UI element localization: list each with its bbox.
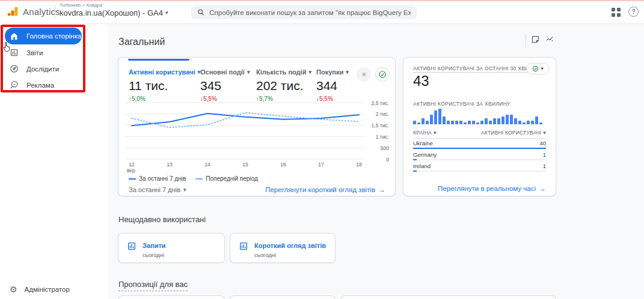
minute-bar bbox=[422, 118, 425, 124]
sidebar-item-label: Реклама bbox=[26, 82, 54, 89]
sidebar-item-reports[interactable]: Звіти bbox=[0, 44, 108, 61]
data-quality-check-icon[interactable] bbox=[375, 67, 390, 82]
reports-snapshot-link[interactable]: Переглянути короткий огляд звітів → bbox=[265, 186, 385, 194]
help-icon[interactable]: ? bbox=[628, 7, 639, 17]
minute-bar bbox=[468, 121, 471, 125]
breadcrumb: Turboweb > Ковдра bbox=[60, 2, 168, 8]
realtime-title: АКТИВНІ КОРИСТУВАЧІ ЗА ОСТАННІ 30 ХВИЛИН bbox=[413, 65, 540, 73]
minute-bar bbox=[485, 118, 488, 124]
minute-bar bbox=[472, 121, 475, 125]
x-tick-label: 16 bbox=[275, 162, 292, 168]
insights-sparkline-icon[interactable] bbox=[545, 35, 555, 46]
y-tick-label: 0 bbox=[365, 157, 389, 163]
sidebar-item-admin[interactable]: ⚙ Адміністратор bbox=[10, 285, 70, 294]
recent-card-label: Запити bbox=[143, 242, 166, 249]
chevron-down-icon: ▾ bbox=[346, 70, 349, 75]
arrow-right-icon: → bbox=[539, 184, 546, 193]
search-input[interactable] bbox=[209, 9, 411, 16]
recent-card-queries[interactable]: Запити сьогодні bbox=[118, 233, 225, 263]
minute-bar bbox=[518, 121, 521, 125]
analytics-logo[interactable]: Analytics bbox=[7, 5, 60, 17]
country-column-header[interactable]: КРАЇНА ▾ bbox=[413, 130, 437, 136]
chevron-down-icon: ▾ bbox=[247, 70, 250, 75]
country-table-header: КРАЇНА ▾ АКТИВНІ КОРИСТУВАЧІ ▾ bbox=[413, 130, 546, 139]
x-tick-label: 12вер. bbox=[123, 162, 140, 174]
search-bar[interactable] bbox=[191, 5, 417, 19]
feedback-note-icon[interactable] bbox=[531, 35, 540, 46]
metric-value: 345 bbox=[200, 79, 250, 93]
country-row: Germany1 bbox=[413, 150, 546, 161]
country-name: Germany bbox=[413, 151, 437, 158]
solid-line-swatch bbox=[129, 178, 136, 180]
date-range-selector[interactable]: За останні 7 днів ▾ bbox=[129, 186, 186, 193]
suggestions-section-title: Пропозиції для вас bbox=[118, 280, 188, 291]
analytics-logo-icon bbox=[7, 5, 19, 17]
metric-event-count: Кількість подій ▾ 202 тис. ↑5,7% bbox=[256, 68, 311, 102]
metric-selector[interactable]: Покупки ▾ bbox=[316, 68, 349, 76]
sidebar-item-home[interactable]: Головна сторінка bbox=[5, 28, 82, 44]
metric-active-users: Активні користувачі ▾ 11 тис. ↑5,0% bbox=[129, 68, 200, 102]
gear-icon: ⚙ bbox=[10, 285, 17, 294]
annotation-top-line bbox=[0, 0, 644, 1]
minute-bar bbox=[464, 122, 467, 124]
metric-selector[interactable]: Основні події ▾ bbox=[200, 68, 250, 76]
country-users-value: 1 bbox=[543, 163, 546, 169]
chevron-down-icon: ▾ bbox=[541, 66, 544, 71]
minute-bar bbox=[514, 118, 517, 124]
minute-bar bbox=[489, 121, 492, 125]
suggestion-card[interactable] bbox=[230, 295, 336, 299]
minute-bar bbox=[434, 110, 437, 124]
legend-current-period: За останні 7 днів bbox=[129, 175, 186, 182]
suggestion-card[interactable] bbox=[118, 295, 225, 299]
sidebar-item-advertising[interactable]: Реклама bbox=[0, 77, 108, 93]
realtime-status-button[interactable]: ▾ bbox=[526, 63, 550, 74]
per-minute-label: АКТИВНІ КОРИСТУВАЧІ ЗА ХВИЛИНУ bbox=[413, 101, 511, 107]
minute-bar bbox=[510, 115, 513, 124]
sidebar-item-label: Звіти bbox=[26, 49, 43, 56]
explore-icon bbox=[10, 64, 19, 73]
per-minute-bar-chart bbox=[413, 108, 548, 124]
minute-bar bbox=[430, 115, 433, 124]
minute-bar bbox=[497, 118, 500, 124]
benchmark-icon[interactable]: ✳ bbox=[357, 67, 371, 82]
actions-divider bbox=[526, 34, 526, 47]
metric-value: 11 тис. bbox=[129, 79, 200, 93]
sidebar-item-explore[interactable]: Дослідити bbox=[0, 61, 108, 77]
metric-key-events: Основні події ▾ 345 ↓5,5% bbox=[200, 68, 250, 102]
y-tick-label: 500 bbox=[365, 145, 389, 151]
x-tick-label: 17 bbox=[313, 162, 330, 168]
report-chart-icon bbox=[127, 241, 136, 251]
check-circle-icon bbox=[532, 65, 539, 72]
minute-bar bbox=[459, 121, 462, 125]
minute-bar bbox=[535, 116, 538, 124]
recent-card-label: Короткий огляд звітів bbox=[254, 242, 326, 249]
report-chart-icon bbox=[239, 241, 248, 251]
sidebar-item-label: Дослідити bbox=[26, 65, 59, 73]
metric-selector[interactable]: Кількість подій ▾ bbox=[256, 68, 311, 76]
x-tick-label: 15 bbox=[237, 162, 254, 168]
minute-bar bbox=[480, 121, 483, 125]
recent-card-reports-snapshot[interactable]: Короткий огляд звітів сьогодні bbox=[230, 233, 336, 263]
suggestion-card[interactable] bbox=[340, 295, 556, 299]
y-tick-label: 2,5 тис. bbox=[365, 100, 389, 106]
active-users-column-header[interactable]: АКТИВНІ КОРИСТУВАЧІ ▾ bbox=[481, 130, 546, 136]
recent-card-date: сьогодні bbox=[254, 252, 276, 258]
country-bar bbox=[413, 159, 546, 160]
metric-value: 202 тис. bbox=[256, 79, 311, 93]
active-tab-indicator bbox=[128, 59, 189, 61]
main-content: Загальний Активні користувачі ▾ 11 тис. … bbox=[108, 24, 644, 299]
apps-grid-icon[interactable] bbox=[612, 8, 621, 17]
minute-bar bbox=[506, 115, 509, 124]
realtime-link[interactable]: Переглянути в реальному часі → bbox=[438, 184, 546, 193]
country-bar bbox=[413, 148, 546, 149]
sidebar-item-label: Головна сторінка bbox=[26, 32, 81, 40]
country-users-value: 40 bbox=[539, 140, 546, 146]
line-chart bbox=[126, 101, 365, 160]
chart-legend: За останні 7 днів Попередній період bbox=[129, 175, 258, 182]
minute-bar bbox=[447, 121, 450, 125]
metric-selector[interactable]: Активні користувачі ▾ bbox=[129, 68, 200, 76]
minute-bar bbox=[493, 118, 496, 124]
realtime-users-value: 43 bbox=[413, 73, 429, 89]
property-switcher[interactable]: Turboweb > Ковдра kovdra.in.ua(Хорошоп) … bbox=[60, 2, 168, 17]
minute-bar bbox=[501, 116, 504, 124]
